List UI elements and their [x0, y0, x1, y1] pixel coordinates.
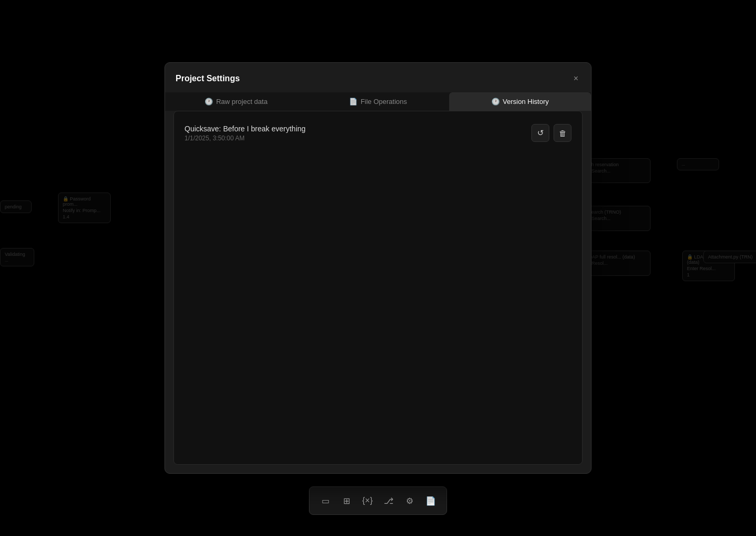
tab-bar: 🕐 Raw project data 📄 File Operations 🕐 V… — [165, 92, 591, 111]
version-date: 1/1/2025, 3:50:00 AM — [185, 135, 306, 142]
tab-file-operations[interactable]: 📄 File Operations — [307, 92, 449, 111]
tab-version-history[interactable]: 🕐 Version History — [449, 92, 591, 111]
delete-icon: 🗑 — [559, 129, 567, 138]
version-history-content: Quicksave: Before I break everything 1/1… — [173, 111, 583, 465]
version-name: Quicksave: Before I break everything — [185, 125, 306, 133]
delete-button[interactable]: 🗑 — [554, 124, 571, 142]
restore-button[interactable]: ↺ — [531, 124, 549, 142]
version-item: Quicksave: Before I break everything 1/1… — [182, 120, 574, 146]
clock-icon-raw: 🕐 — [205, 98, 213, 106]
close-button[interactable]: × — [571, 72, 580, 85]
modal-overlay: Project Settings × 🕐 Raw project data 📄 … — [0, 0, 756, 536]
version-actions: ↺ 🗑 — [531, 124, 571, 142]
modal-header: Project Settings × — [165, 63, 591, 85]
restore-icon: ↺ — [537, 128, 544, 138]
modal-title: Project Settings — [176, 74, 240, 83]
clock-icon-history: 🕐 — [491, 98, 500, 106]
version-info: Quicksave: Before I break everything 1/1… — [185, 125, 306, 142]
project-settings-modal: Project Settings × 🕐 Raw project data 📄 … — [164, 62, 592, 474]
tab-raw-project-data[interactable]: 🕐 Raw project data — [165, 92, 307, 111]
file-icon-ops: 📄 — [349, 98, 357, 106]
